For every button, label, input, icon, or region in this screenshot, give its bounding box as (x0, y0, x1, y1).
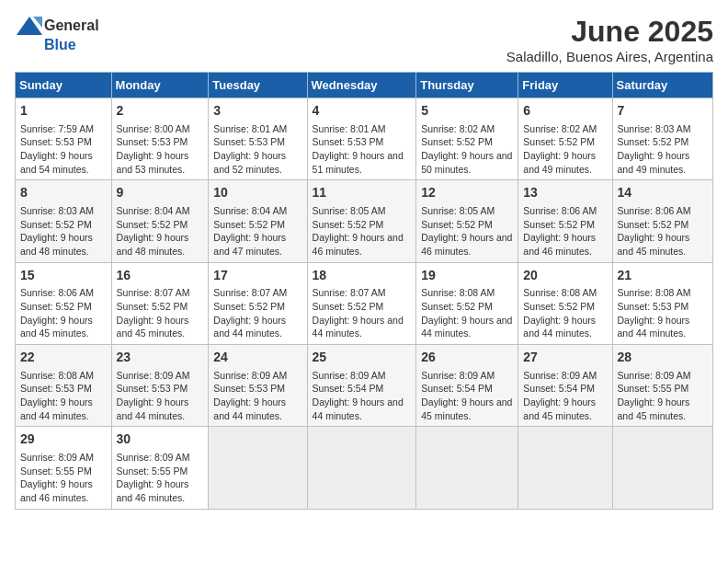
day-number: 17 (213, 267, 301, 285)
sunset-text: Sunset: 5:53 PM (313, 136, 384, 147)
sunset-text: Sunset: 5:52 PM (523, 219, 595, 230)
day-number: 29 (20, 431, 107, 449)
day-number: 5 (421, 102, 513, 121)
month-title: June 2025 (506, 15, 713, 49)
sunrise-text: Sunrise: 8:00 AM (117, 123, 190, 134)
calendar-cell (518, 427, 612, 509)
calendar-cell: 28Sunrise: 8:09 AMSunset: 5:55 PMDayligh… (612, 345, 712, 427)
col-header-friday: Friday (518, 73, 612, 98)
week-row-5: 29Sunrise: 8:09 AMSunset: 5:55 PMDayligh… (16, 427, 713, 509)
calendar-cell: 19Sunrise: 8:08 AMSunset: 5:52 PMDayligh… (416, 262, 518, 344)
logo-general: General (44, 17, 99, 34)
daylight-text: Daylight: 9 hours and 50 minutes. (421, 150, 512, 175)
col-header-thursday: Thursday (416, 73, 518, 98)
sunset-text: Sunset: 5:55 PM (20, 465, 92, 477)
daylight-text: Daylight: 9 hours and 48 minutes. (20, 232, 93, 257)
daylight-text: Daylight: 9 hours and 44 minutes. (313, 315, 404, 339)
daylight-text: Daylight: 9 hours and 49 minutes. (618, 150, 690, 175)
sunset-text: Sunset: 5:53 PM (213, 136, 285, 147)
calendar-cell: 21Sunrise: 8:08 AMSunset: 5:53 PMDayligh… (612, 262, 712, 344)
day-number: 2 (117, 102, 204, 121)
sunset-text: Sunset: 5:52 PM (20, 301, 92, 312)
daylight-text: Daylight: 9 hours and 46 minutes. (313, 232, 404, 257)
calendar-cell: 16Sunrise: 8:07 AMSunset: 5:52 PMDayligh… (111, 262, 209, 344)
calendar-cell (209, 427, 307, 509)
day-number: 4 (313, 102, 412, 121)
sunrise-text: Sunrise: 8:09 AM (117, 452, 190, 463)
day-number: 28 (618, 349, 708, 367)
sunset-text: Sunset: 5:52 PM (117, 301, 188, 312)
sunrise-text: Sunrise: 8:04 AM (213, 205, 287, 216)
sunrise-text: Sunrise: 8:03 AM (618, 123, 691, 134)
day-number: 15 (20, 267, 107, 285)
day-number: 12 (421, 184, 513, 202)
sunset-text: Sunset: 5:52 PM (117, 219, 188, 230)
calendar-cell (307, 427, 416, 509)
sunrise-text: Sunrise: 8:06 AM (618, 205, 691, 216)
calendar-cell: 18Sunrise: 8:07 AMSunset: 5:52 PMDayligh… (307, 262, 416, 344)
day-number: 19 (421, 267, 513, 285)
day-number: 14 (618, 184, 708, 202)
day-number: 16 (117, 267, 204, 285)
day-number: 20 (523, 267, 607, 285)
title-area: June 2025 Saladillo, Buenos Aires, Argen… (506, 15, 713, 64)
day-number: 27 (523, 349, 607, 367)
calendar-cell: 3Sunrise: 8:01 AMSunset: 5:53 PMDaylight… (209, 98, 307, 180)
calendar-cell: 11Sunrise: 8:05 AMSunset: 5:52 PMDayligh… (307, 180, 416, 262)
calendar-cell: 17Sunrise: 8:07 AMSunset: 5:52 PMDayligh… (209, 262, 307, 344)
sunset-text: Sunset: 5:54 PM (421, 383, 493, 394)
sunrise-text: Sunrise: 8:07 AM (313, 287, 386, 298)
day-number: 11 (313, 184, 412, 202)
calendar-cell: 10Sunrise: 8:04 AMSunset: 5:52 PMDayligh… (209, 180, 307, 262)
calendar-cell: 14Sunrise: 8:06 AMSunset: 5:52 PMDayligh… (612, 180, 712, 262)
daylight-text: Daylight: 9 hours and 45 minutes. (523, 396, 596, 421)
calendar-cell: 1Sunrise: 7:59 AMSunset: 5:53 PMDaylight… (16, 98, 112, 180)
sunset-text: Sunset: 5:52 PM (618, 136, 689, 147)
col-header-tuesday: Tuesday (209, 73, 307, 98)
col-header-saturday: Saturday (612, 73, 712, 98)
sunrise-text: Sunrise: 7:59 AM (20, 123, 94, 134)
day-number: 7 (618, 102, 708, 121)
day-number: 8 (20, 184, 107, 202)
sunset-text: Sunset: 5:53 PM (20, 136, 92, 147)
col-header-wednesday: Wednesday (307, 73, 416, 98)
location-title: Saladillo, Buenos Aires, Argentina (506, 49, 713, 64)
day-number: 24 (213, 349, 301, 367)
day-number: 25 (313, 349, 412, 367)
day-number: 3 (213, 102, 301, 121)
daylight-text: Daylight: 9 hours and 47 minutes. (213, 232, 286, 257)
week-row-4: 22Sunrise: 8:08 AMSunset: 5:53 PMDayligh… (16, 345, 713, 427)
sunrise-text: Sunrise: 8:05 AM (421, 205, 495, 216)
week-row-2: 8Sunrise: 8:03 AMSunset: 5:52 PMDaylight… (16, 180, 713, 262)
daylight-text: Daylight: 9 hours and 52 minutes. (213, 150, 286, 175)
sunrise-text: Sunrise: 8:03 AM (20, 205, 94, 216)
daylight-text: Daylight: 9 hours and 44 minutes. (313, 396, 404, 421)
daylight-text: Daylight: 9 hours and 54 minutes. (20, 150, 93, 175)
daylight-text: Daylight: 9 hours and 45 minutes. (20, 315, 93, 339)
sunset-text: Sunset: 5:52 PM (421, 136, 493, 147)
daylight-text: Daylight: 9 hours and 45 minutes. (421, 396, 512, 421)
daylight-text: Daylight: 9 hours and 44 minutes. (213, 315, 286, 339)
day-number: 18 (313, 267, 412, 285)
day-number: 1 (20, 102, 107, 121)
daylight-text: Daylight: 9 hours and 44 minutes. (117, 396, 189, 421)
day-number: 10 (213, 184, 301, 202)
sunset-text: Sunset: 5:53 PM (117, 136, 188, 147)
sunset-text: Sunset: 5:55 PM (117, 465, 188, 477)
daylight-text: Daylight: 9 hours and 49 minutes. (523, 150, 596, 175)
header-row: SundayMondayTuesdayWednesdayThursdayFrid… (16, 73, 713, 98)
sunrise-text: Sunrise: 8:01 AM (213, 123, 287, 134)
daylight-text: Daylight: 9 hours and 44 minutes. (213, 396, 286, 421)
daylight-text: Daylight: 9 hours and 46 minutes. (523, 232, 596, 257)
calendar-cell: 4Sunrise: 8:01 AMSunset: 5:53 PMDaylight… (307, 98, 416, 180)
calendar-cell: 6Sunrise: 8:02 AMSunset: 5:52 PMDaylight… (518, 98, 612, 180)
sunrise-text: Sunrise: 8:09 AM (313, 370, 386, 381)
calendar-cell: 22Sunrise: 8:08 AMSunset: 5:53 PMDayligh… (16, 345, 112, 427)
day-number: 30 (117, 431, 204, 449)
col-header-sunday: Sunday (16, 73, 112, 98)
sunrise-text: Sunrise: 8:09 AM (117, 370, 190, 381)
calendar-cell (416, 427, 518, 509)
sunset-text: Sunset: 5:52 PM (523, 301, 595, 312)
calendar-table: SundayMondayTuesdayWednesdayThursdayFrid… (15, 72, 713, 510)
day-number: 13 (523, 184, 607, 202)
